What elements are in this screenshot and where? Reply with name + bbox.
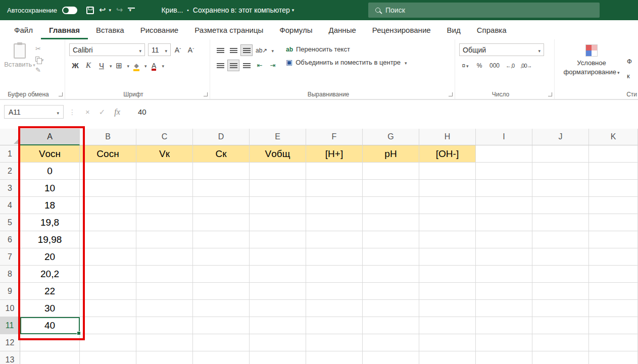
decrease-indent-button[interactable]: ⇤	[254, 60, 266, 71]
autosave-toggle[interactable]	[62, 7, 77, 14]
cell-E13[interactable]	[250, 351, 306, 364]
column-header-E[interactable]: E	[250, 129, 306, 145]
cell-C13[interactable]	[136, 351, 193, 364]
cell-A9[interactable]: 22	[20, 283, 80, 300]
cell-B10[interactable]	[80, 300, 136, 317]
cell-J7[interactable]	[532, 248, 589, 266]
accounting-format-button[interactable]: ¤	[459, 60, 471, 71]
cell-H11[interactable]	[419, 317, 476, 334]
cell-I10[interactable]	[476, 300, 532, 317]
insert-function-icon[interactable]: fx	[114, 108, 120, 117]
cell-I2[interactable]	[476, 163, 532, 180]
cell-B2[interactable]	[80, 163, 136, 180]
cell-D10[interactable]	[193, 300, 250, 317]
cell-B1[interactable]: Сосн	[80, 145, 136, 163]
cell-F7[interactable]	[306, 248, 363, 266]
orientation-chevron-icon[interactable]	[270, 46, 274, 54]
cell-G1[interactable]: pH	[363, 145, 419, 163]
cell-K6[interactable]	[589, 231, 638, 248]
cell-I12[interactable]	[476, 334, 532, 351]
cell-F3[interactable]	[306, 180, 363, 197]
cell-K8[interactable]	[589, 266, 638, 283]
font-color-button[interactable]: А	[148, 60, 160, 71]
cell-J9[interactable]	[532, 283, 589, 300]
cell-F4[interactable]	[306, 197, 363, 214]
borders-button[interactable]: ⊞	[113, 60, 125, 71]
cell-G4[interactable]	[363, 197, 419, 214]
cell-E2[interactable]	[250, 163, 306, 180]
cell-J12[interactable]	[532, 334, 589, 351]
conditional-formatting-button[interactable]: Условное форматирование	[559, 43, 624, 90]
column-header-H[interactable]: H	[419, 129, 476, 145]
tab-file[interactable]: Файл	[6, 20, 41, 39]
cell-I1[interactable]	[476, 145, 532, 163]
cell-E8[interactable]	[250, 266, 306, 283]
decrease-decimal-button[interactable]: ,00→	[518, 60, 533, 71]
cell-C1[interactable]: Vк	[136, 145, 193, 163]
cell-E1[interactable]: Vобщ	[250, 145, 306, 163]
tab-page-layout[interactable]: Разметка страницы	[186, 20, 271, 39]
comma-style-button[interactable]: 000	[487, 60, 502, 71]
font-name-select[interactable]: Calibri	[69, 43, 145, 56]
cell-A4[interactable]: 18	[20, 197, 80, 214]
row-header-12[interactable]: 12	[0, 334, 20, 351]
underline-chevron-icon[interactable]	[109, 62, 112, 69]
cell-K5[interactable]	[589, 214, 638, 231]
cell-D8[interactable]	[193, 266, 250, 283]
tab-draw[interactable]: Рисование	[132, 20, 187, 39]
merge-center-button[interactable]: ▣ Объединить и поместить в центре	[286, 58, 407, 66]
cell-G9[interactable]	[363, 283, 419, 300]
cell-K3[interactable]	[589, 180, 638, 197]
cell-C2[interactable]	[136, 163, 193, 180]
cell-I11[interactable]	[476, 317, 532, 334]
cell-B9[interactable]	[80, 283, 136, 300]
cell-G2[interactable]	[363, 163, 419, 180]
cell-H2[interactable]	[419, 163, 476, 180]
cell-H5[interactable]	[419, 214, 476, 231]
increase-indent-button[interactable]: ⇥	[267, 60, 279, 71]
cell-F12[interactable]	[306, 334, 363, 351]
cell-K10[interactable]	[589, 300, 638, 317]
increase-decimal-button[interactable]: ←,0	[504, 60, 516, 71]
number-dialog-launcher-icon[interactable]	[548, 92, 552, 96]
cell-D7[interactable]	[193, 248, 250, 266]
fill-color-button[interactable]: ◆	[130, 60, 142, 71]
cell-J2[interactable]	[532, 163, 589, 180]
confirm-entry-icon[interactable]: ✓	[99, 108, 106, 117]
align-top-button[interactable]	[214, 44, 226, 56]
cell-A3[interactable]: 10	[20, 180, 80, 197]
cell-H13[interactable]	[419, 351, 476, 364]
copy-button[interactable]	[35, 55, 44, 63]
cell-E9[interactable]	[250, 283, 306, 300]
cell-K7[interactable]	[589, 248, 638, 266]
cell-D13[interactable]	[193, 351, 250, 364]
cell-G5[interactable]	[363, 214, 419, 231]
cell-I8[interactable]	[476, 266, 532, 283]
cell-H1[interactable]: [OH-]	[419, 145, 476, 163]
tab-data[interactable]: Данные	[321, 20, 364, 39]
paste-button[interactable]: Вставить	[4, 43, 35, 90]
font-color-chevron-icon[interactable]	[161, 62, 165, 69]
search-input[interactable]: Поиск	[368, 3, 600, 18]
column-header-J[interactable]: J	[532, 129, 589, 145]
select-all-corner[interactable]	[0, 129, 20, 145]
cell-H9[interactable]	[419, 283, 476, 300]
cell-K9[interactable]	[589, 283, 638, 300]
cell-E3[interactable]	[250, 180, 306, 197]
cell-E10[interactable]	[250, 300, 306, 317]
tab-formulas[interactable]: Формулы	[271, 20, 320, 39]
cell-D2[interactable]	[193, 163, 250, 180]
cell-G11[interactable]	[363, 317, 419, 334]
customize-toolbar-icon[interactable]	[128, 8, 135, 13]
cell-K11[interactable]	[589, 317, 638, 334]
cell-I5[interactable]	[476, 214, 532, 231]
row-header-11[interactable]: 11	[0, 317, 20, 334]
cell-C5[interactable]	[136, 214, 193, 231]
row-header-5[interactable]: 5	[0, 214, 20, 231]
alignment-dialog-launcher-icon[interactable]	[449, 92, 453, 96]
cell-K1[interactable]	[589, 145, 638, 163]
cell-A13[interactable]	[20, 351, 80, 364]
cell-C6[interactable]	[136, 231, 193, 248]
clipboard-dialog-launcher-icon[interactable]	[59, 92, 63, 96]
italic-button[interactable]: К	[82, 60, 94, 71]
